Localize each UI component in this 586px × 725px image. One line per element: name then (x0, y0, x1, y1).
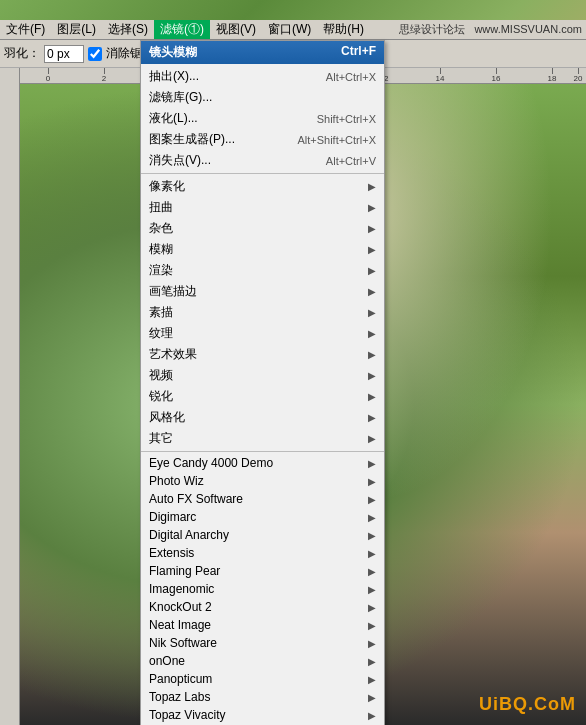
menu-liquify[interactable]: 液化(L)... Shift+Ctrl+X (141, 108, 384, 129)
menu-sharpen[interactable]: 锐化 ▶ (141, 386, 384, 407)
ruler-left (0, 68, 20, 725)
plugin-imagenomic[interactable]: Imagenomic ▶ (141, 580, 384, 598)
menu-distort[interactable]: 扭曲 ▶ (141, 197, 384, 218)
auto-fx-arrow: ▶ (368, 494, 376, 505)
menu-video[interactable]: 视频 ▶ (141, 365, 384, 386)
plugin-photo-wiz[interactable]: Photo Wiz ▶ (141, 472, 384, 490)
topaz-labs-label: Topaz Labs (149, 690, 210, 704)
photo-wiz-arrow: ▶ (368, 476, 376, 487)
blur-arrow: ▶ (368, 244, 376, 255)
menu-layer[interactable]: 图层(L) (51, 20, 102, 39)
menu-window[interactable]: 窗口(W) (262, 20, 317, 39)
knockout-label: KnockOut 2 (149, 600, 212, 614)
filter-section-plugins: Eye Candy 4000 Demo ▶ Photo Wiz ▶ Auto F… (141, 452, 384, 725)
menu-help[interactable]: 帮助(H) (317, 20, 370, 39)
pattern-maker-shortcut: Alt+Shift+Ctrl+X (297, 134, 376, 146)
video-arrow: ▶ (368, 370, 376, 381)
vanishing-point-shortcut: Alt+Ctrl+V (326, 155, 376, 167)
neat-image-label: Neat Image (149, 618, 211, 632)
feather-label: 羽化： (4, 45, 40, 62)
eye-candy-arrow: ▶ (368, 458, 376, 469)
brush-strokes-arrow: ▶ (368, 286, 376, 297)
menu-noise[interactable]: 杂色 ▶ (141, 218, 384, 239)
vanishing-point-label: 消失点(V)... (149, 152, 211, 169)
video-label: 视频 (149, 367, 173, 384)
knockout-arrow: ▶ (368, 602, 376, 613)
menu-sketch[interactable]: 素描 ▶ (141, 302, 384, 323)
filter-menu-header[interactable]: 镜头模糊 Ctrl+F (141, 41, 384, 64)
menu-filter[interactable]: 滤镜(①) (154, 20, 210, 39)
auto-fx-label: Auto FX Software (149, 492, 243, 506)
render-label: 渲染 (149, 262, 173, 279)
menu-file[interactable]: 文件(F) (0, 20, 51, 39)
plugin-onone[interactable]: onOne ▶ (141, 652, 384, 670)
extract-label: 抽出(X)... (149, 68, 199, 85)
filter-menu-shortcut: Ctrl+F (341, 44, 376, 61)
plugin-topaz-labs[interactable]: Topaz Labs ▶ (141, 688, 384, 706)
menu-pattern-maker[interactable]: 图案生成器(P)... Alt+Shift+Ctrl+X (141, 129, 384, 150)
distort-arrow: ▶ (368, 202, 376, 213)
stylize-arrow: ▶ (368, 412, 376, 423)
menu-artistic[interactable]: 艺术效果 ▶ (141, 344, 384, 365)
menu-brush-strokes[interactable]: 画笔描边 ▶ (141, 281, 384, 302)
plugin-digital-anarchy[interactable]: Digital Anarchy ▶ (141, 526, 384, 544)
menu-blur[interactable]: 模糊 ▶ (141, 239, 384, 260)
plugin-nik-software[interactable]: Nik Software ▶ (141, 634, 384, 652)
imagenomic-arrow: ▶ (368, 584, 376, 595)
blur-label: 模糊 (149, 241, 173, 258)
nik-software-label: Nik Software (149, 636, 217, 650)
plugin-digimarc[interactable]: Digimarc ▶ (141, 508, 384, 526)
other-label: 其它 (149, 430, 173, 447)
texture-label: 纹理 (149, 325, 173, 342)
flaming-pear-label: Flaming Pear (149, 564, 220, 578)
menu-select[interactable]: 选择(S) (102, 20, 154, 39)
eye-candy-label: Eye Candy 4000 Demo (149, 456, 273, 470)
menu-other[interactable]: 其它 ▶ (141, 428, 384, 449)
menu-extract[interactable]: 抽出(X)... Alt+Ctrl+X (141, 66, 384, 87)
artistic-label: 艺术效果 (149, 346, 197, 363)
liquify-shortcut: Shift+Ctrl+X (317, 113, 376, 125)
antialias-checkbox[interactable] (88, 47, 102, 61)
render-arrow: ▶ (368, 265, 376, 276)
digital-anarchy-label: Digital Anarchy (149, 528, 229, 542)
filter-gallery-label: 滤镜库(G)... (149, 89, 212, 106)
sketch-arrow: ▶ (368, 307, 376, 318)
menu-view[interactable]: 视图(V) (210, 20, 262, 39)
plugin-panopticum[interactable]: Panopticum ▶ (141, 670, 384, 688)
plugin-eye-candy[interactable]: Eye Candy 4000 Demo ▶ (141, 454, 384, 472)
photo-wiz-label: Photo Wiz (149, 474, 204, 488)
menu-filter-gallery[interactable]: 滤镜库(G)... (141, 87, 384, 108)
site-watermark-text: 思绿设计论坛 www.MISSVUAN.com (399, 22, 582, 37)
menu-texture[interactable]: 纹理 ▶ (141, 323, 384, 344)
stylize-label: 风格化 (149, 409, 185, 426)
plugin-auto-fx[interactable]: Auto FX Software ▶ (141, 490, 384, 508)
pixelate-label: 像素化 (149, 178, 185, 195)
filter-menu: 镜头模糊 Ctrl+F 抽出(X)... Alt+Ctrl+X 滤镜库(G)..… (140, 40, 385, 725)
nik-software-arrow: ▶ (368, 638, 376, 649)
plugin-extensis[interactable]: Extensis ▶ (141, 544, 384, 562)
noise-arrow: ▶ (368, 223, 376, 234)
extract-shortcut: Alt+Ctrl+X (326, 71, 376, 83)
plugin-knockout[interactable]: KnockOut 2 ▶ (141, 598, 384, 616)
neat-image-arrow: ▶ (368, 620, 376, 631)
feather-input[interactable] (44, 45, 84, 63)
filter-dropdown: 镜头模糊 Ctrl+F 抽出(X)... Alt+Ctrl+X 滤镜库(G)..… (140, 40, 385, 725)
topaz-vivacity-arrow: ▶ (368, 710, 376, 721)
sketch-label: 素描 (149, 304, 173, 321)
menu-stylize[interactable]: 风格化 ▶ (141, 407, 384, 428)
plugin-topaz-vivacity[interactable]: Topaz Vivacity ▶ (141, 706, 384, 724)
brush-strokes-label: 画笔描边 (149, 283, 197, 300)
digimarc-arrow: ▶ (368, 512, 376, 523)
noise-label: 杂色 (149, 220, 173, 237)
panopticum-label: Panopticum (149, 672, 212, 686)
pattern-maker-label: 图案生成器(P)... (149, 131, 235, 148)
menu-render[interactable]: 渲染 ▶ (141, 260, 384, 281)
texture-arrow: ▶ (368, 328, 376, 339)
panopticum-arrow: ▶ (368, 674, 376, 685)
menu-pixelate[interactable]: 像素化 ▶ (141, 176, 384, 197)
sharpen-label: 锐化 (149, 388, 173, 405)
menu-vanishing-point[interactable]: 消失点(V)... Alt+Ctrl+V (141, 150, 384, 171)
plugin-flaming-pear[interactable]: Flaming Pear ▶ (141, 562, 384, 580)
topaz-vivacity-label: Topaz Vivacity (149, 708, 225, 722)
plugin-neat-image[interactable]: Neat Image ▶ (141, 616, 384, 634)
